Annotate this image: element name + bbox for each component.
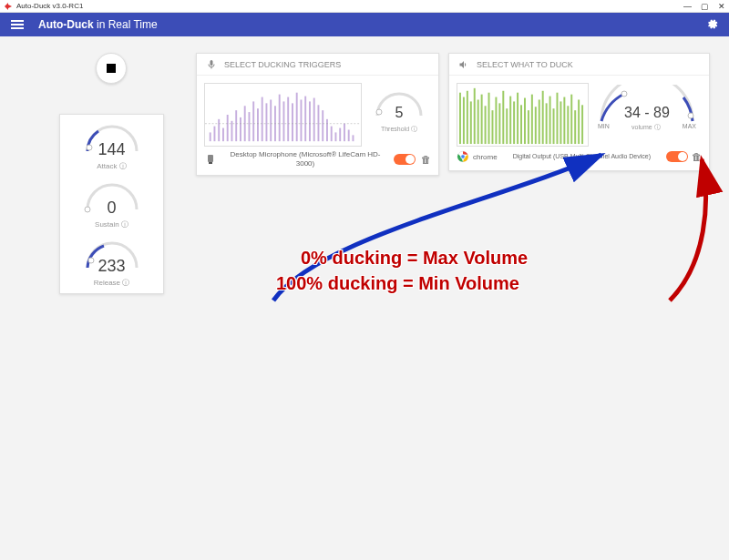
svg-rect-60 [528,110,529,144]
svg-rect-61 [531,95,533,144]
svg-rect-34 [344,124,345,141]
svg-rect-62 [535,107,537,144]
svg-rect-12 [249,112,251,141]
close-button[interactable]: ✕ [718,2,725,11]
svg-rect-28 [318,105,320,141]
svg-rect-25 [304,97,306,142]
svg-rect-29 [322,110,323,141]
svg-rect-36 [353,135,354,141]
gear-icon[interactable] [705,17,718,33]
duck-header: SELECT WHAT TO DUCK [449,54,709,76]
duck-delete-button[interactable]: 🗑 [692,151,702,162]
annotation-line-1: 0% ducking = Max Volume [301,248,528,269]
duck-toggle[interactable] [666,151,688,162]
svg-rect-73 [574,110,576,144]
duck-device-name: Digital Output (USB Multi-Channel Audio … [501,153,662,160]
svg-rect-21 [287,97,289,142]
svg-rect-66 [549,97,551,144]
duck-card: SELECT WHAT TO DUCK 34 - 89 MIN volume ⓘ… [448,53,710,171]
svg-rect-35 [348,130,350,142]
svg-rect-3 [210,132,211,141]
svg-rect-27 [313,98,315,142]
svg-point-76 [621,91,627,97]
window-titlebar: Auto-Duck v3.0-RC1 — ▢ ✕ [0,0,729,13]
svg-rect-32 [335,132,337,141]
window-title: Auto-Duck v3.0-RC1 [16,2,83,10]
svg-rect-6 [222,128,224,142]
svg-rect-59 [524,98,526,145]
svg-rect-30 [326,119,328,141]
svg-rect-74 [578,99,580,144]
attack-gauge[interactable]: 144 Attack ⓘ [64,120,159,171]
stop-icon [107,64,116,73]
app-bar: Auto-Duck in Real Time [0,13,729,36]
svg-rect-70 [563,97,565,144]
speaker-icon [458,59,469,70]
svg-point-77 [688,113,693,118]
sustain-gauge[interactable]: 0 Sustain ⓘ [64,178,159,229]
svg-rect-39 [208,155,213,162]
svg-rect-24 [301,99,303,141]
trigger-delete-button[interactable]: 🗑 [421,154,431,165]
svg-rect-75 [581,105,583,144]
chrome-icon [457,150,469,163]
svg-rect-9 [235,110,237,141]
svg-rect-41 [459,93,461,144]
svg-rect-19 [279,95,281,141]
volume-gauge[interactable]: 34 - 89 MIN volume ⓘ MAX [592,83,702,147]
threshold-gauge[interactable]: 5 Threshold ⓘ [367,83,431,147]
svg-rect-50 [491,110,493,144]
trigger-toggle[interactable] [394,154,416,165]
duck-app-name: chrome [473,153,498,161]
duck-waveform [457,83,589,147]
svg-rect-16 [266,103,268,141]
svg-rect-46 [477,99,479,144]
svg-point-2 [88,258,94,263]
svg-rect-54 [506,108,508,144]
svg-rect-67 [553,108,555,144]
max-label: MAX [683,123,696,132]
svg-rect-68 [556,93,558,144]
app-title: Auto-Duck in Real Time [38,18,158,31]
svg-rect-8 [231,121,233,141]
svg-rect-14 [257,108,259,141]
svg-rect-53 [502,91,504,144]
svg-rect-31 [331,127,333,142]
svg-rect-22 [292,103,293,141]
release-gauge[interactable]: 233 Release ⓘ [64,237,159,288]
hamburger-menu-icon[interactable] [11,20,24,29]
svg-point-38 [376,109,382,115]
trigger-card: SELECT DUCKING TRIGGERS 5 Threshold ⓘ [196,53,439,176]
minimize-button[interactable]: — [683,2,692,11]
svg-rect-5 [218,119,220,141]
maximize-button[interactable]: ▢ [701,2,709,11]
svg-rect-55 [509,97,511,144]
svg-rect-57 [517,93,519,144]
svg-rect-40 [209,162,212,164]
annotation-line-2: 100% ducking = Min Volume [276,273,519,294]
svg-rect-58 [520,105,522,144]
svg-rect-48 [485,106,487,144]
svg-rect-43 [467,91,468,144]
svg-point-80 [461,155,466,159]
svg-rect-49 [488,93,490,144]
svg-rect-20 [283,101,285,141]
svg-rect-47 [481,95,483,144]
svg-rect-17 [270,99,272,141]
svg-rect-4 [214,127,216,142]
svg-point-0 [87,145,92,150]
microphone-icon [206,59,217,70]
svg-rect-13 [252,101,254,141]
svg-rect-45 [474,88,476,144]
volume-label: volume ⓘ [631,123,661,132]
trigger-header: SELECT DUCKING TRIGGERS [197,54,438,76]
trigger-waveform [204,83,362,147]
svg-rect-51 [495,97,497,144]
stop-button[interactable] [96,53,127,84]
mic-device-icon [204,153,217,166]
svg-rect-63 [539,99,540,144]
timing-panel: 144 Attack ⓘ 0 Sustain ⓘ 233 Release ⓘ [59,114,164,294]
svg-rect-69 [560,101,561,144]
svg-rect-52 [498,103,500,144]
svg-rect-44 [470,101,472,144]
